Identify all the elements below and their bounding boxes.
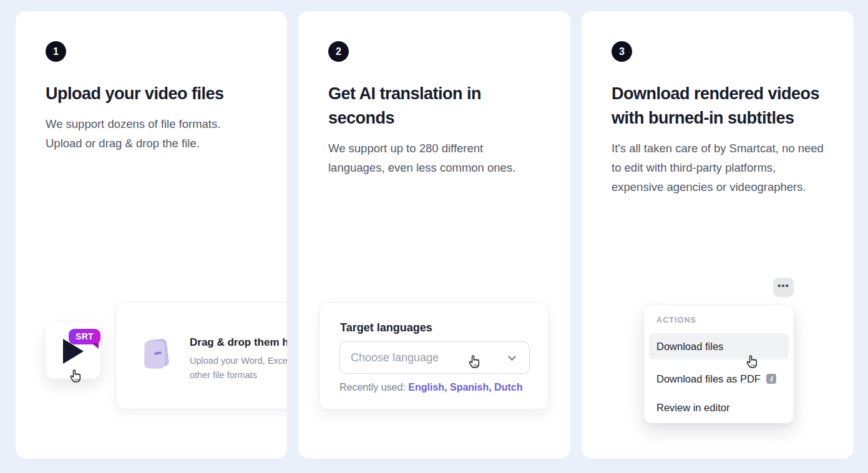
step-card-translate: 2 Get AI translation in seconds We suppo… <box>298 11 570 459</box>
language-select[interactable]: Choose language <box>339 341 530 374</box>
step-description: It's all taken care of by Smartcat, no n… <box>612 139 824 197</box>
step-card-download: 3 Download rendered videos with burned-i… <box>582 11 854 459</box>
more-actions-button[interactable]: ••• <box>773 278 794 297</box>
documents-stack-icon <box>145 338 169 368</box>
ellipsis-icon: ••• <box>778 283 789 289</box>
step-title: Get AI translation in seconds <box>328 82 540 130</box>
recent-languages-links[interactable]: English, Spanish, Dutch <box>408 382 522 393</box>
steps-section: 1 Upload your video files We support doz… <box>0 0 868 473</box>
step-number-badge: 3 <box>612 41 632 62</box>
info-icon: i <box>766 374 776 384</box>
step-number-badge: 2 <box>328 41 349 62</box>
dropzone-card[interactable]: Drag & drop them here Upload your Word, … <box>115 302 287 409</box>
step-description: We support dozens of file formats. Uploa… <box>46 114 258 153</box>
dropzone-subtitle-line2: other file formats <box>190 368 287 383</box>
target-languages-label: Target languages <box>340 321 432 334</box>
chevron-down-icon <box>508 353 516 361</box>
dropzone-subtitle: Upload your Word, Excel, other file form… <box>190 354 287 383</box>
step-title: Upload your video files <box>46 82 258 106</box>
menu-item-label: Download files <box>656 341 723 353</box>
language-select-placeholder: Choose language <box>351 351 439 364</box>
actions-dropdown-menu: ACTIONS Download files Download files as… <box>644 306 794 423</box>
menu-item-review-editor[interactable]: Review in editor <box>649 394 789 421</box>
menu-item-download-files[interactable]: Download files <box>649 333 789 359</box>
dropzone-title: Drag & drop them here <box>190 336 287 349</box>
menu-item-label: Download files as PDF <box>656 373 761 385</box>
recently-used-label: Recently used: <box>339 382 406 393</box>
step-number-badge: 1 <box>46 41 66 62</box>
step-description: We support up to 280 different languages… <box>328 139 540 177</box>
step-title: Download rendered videos with burned-in … <box>612 82 824 130</box>
video-file-thumbnail[interactable]: SRT <box>46 323 100 379</box>
srt-format-badge: SRT <box>69 329 100 344</box>
menu-item-label: Review in editor <box>656 402 729 414</box>
target-languages-card: Target languages Choose language Recentl… <box>319 302 549 410</box>
recently-used-row: Recently used: English, Spanish, Dutch <box>339 382 522 393</box>
menu-item-download-pdf[interactable]: Download files as PDF i <box>649 366 789 392</box>
actions-menu-header: ACTIONS <box>656 316 696 324</box>
step-card-upload: 1 Upload your video files We support doz… <box>16 11 287 459</box>
dropzone-subtitle-line1: Upload your Word, Excel, <box>190 354 287 368</box>
